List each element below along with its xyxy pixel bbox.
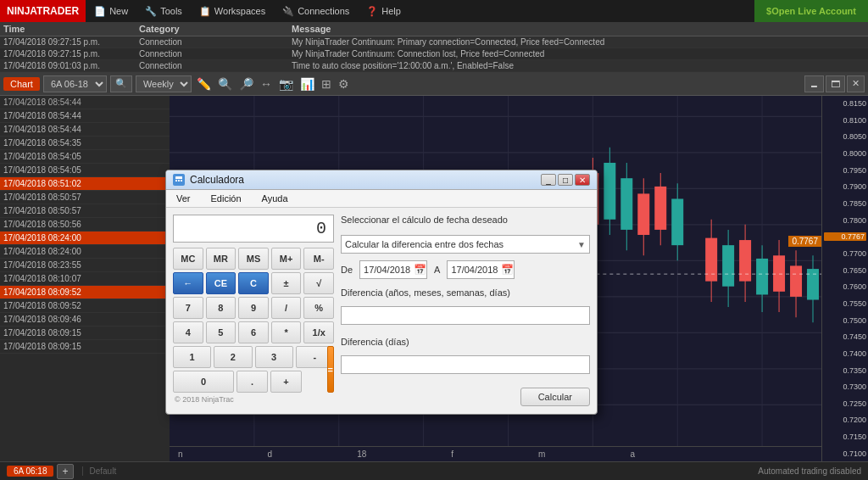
arrow-icon[interactable]: ↔ bbox=[259, 77, 274, 91]
btn-divide[interactable]: / bbox=[271, 297, 302, 319]
ce-button[interactable]: CE bbox=[206, 272, 236, 294]
maximize-button[interactable]: □ bbox=[558, 174, 573, 186]
mplus-button[interactable]: M+ bbox=[271, 248, 302, 270]
btn-7[interactable]: 7 bbox=[173, 297, 203, 319]
connections-icon: 🔌 bbox=[282, 6, 294, 17]
btn-9[interactable]: 9 bbox=[238, 297, 269, 319]
to-date-input[interactable]: 17/04/2018 📅 bbox=[447, 260, 515, 279]
open-live-account-button[interactable]: $ Open Live Account bbox=[754, 0, 868, 22]
log-time-row: 17/04/2018 08:09:46 bbox=[0, 313, 170, 327]
log-panel: 17/04/2018 08:54:44 17/04/2018 08:54:44 … bbox=[0, 96, 170, 461]
plusminus-button[interactable]: ± bbox=[271, 272, 302, 294]
date-axis: n d 18 f m a bbox=[170, 446, 821, 461]
dropdown-arrow-icon: ▼ bbox=[577, 240, 586, 249]
instrument-select[interactable]: 6A 06-18 bbox=[43, 75, 107, 92]
log-time-row: 17/04/2018 08:09:15 bbox=[0, 340, 170, 354]
chart-tab-label[interactable]: 6A 06:18 bbox=[7, 466, 53, 477]
calc-title: Calculadora bbox=[190, 174, 539, 186]
log-time-row: 17/04/2018 08:09:52 bbox=[0, 299, 170, 313]
settings-icon[interactable]: ⚙ bbox=[337, 77, 351, 91]
log-time-row: 17/04/2018 08:23:55 bbox=[0, 259, 170, 272]
backspace-button[interactable]: ← bbox=[173, 272, 203, 294]
btn-2[interactable]: 2 bbox=[214, 346, 252, 368]
zoom-out-icon[interactable]: 🔎 bbox=[237, 77, 255, 91]
date-from-to-row: De 17/04/2018 📅 A 17/04/2018 📅 bbox=[341, 260, 590, 279]
svg-rect-59 bbox=[739, 240, 751, 282]
log-time-row-highlight: 17/04/2018 08:09:52 bbox=[0, 286, 170, 299]
log-table-header: Time Category Message bbox=[0, 22, 868, 36]
btn-multiply[interactable]: * bbox=[271, 321, 302, 343]
svg-rect-45 bbox=[604, 163, 615, 220]
diff-label-1: Diferencia (años, meses, semanas, días) bbox=[341, 287, 590, 298]
add-chart-button[interactable]: + bbox=[57, 464, 73, 479]
btn-0[interactable]: 0 bbox=[173, 371, 234, 393]
log-time-row: 17/04/2018 08:54:05 bbox=[0, 164, 170, 177]
svg-rect-63 bbox=[773, 255, 785, 292]
bar-chart-icon[interactable]: 📊 bbox=[298, 77, 316, 91]
svg-rect-55 bbox=[705, 238, 717, 282]
col-message-header: Message bbox=[292, 24, 865, 34]
btn-reciprocal[interactable]: 1/x bbox=[303, 321, 334, 343]
grid-icon[interactable]: ⊞ bbox=[320, 77, 333, 91]
search-button[interactable]: 🔍 bbox=[110, 75, 132, 92]
nav-connections[interactable]: 🔌 Connections bbox=[274, 0, 358, 22]
chart-window-minimize[interactable]: 🗕 bbox=[804, 75, 824, 92]
c-button[interactable]: C bbox=[238, 272, 269, 294]
calendar-from-icon[interactable]: 📅 bbox=[414, 264, 426, 276]
screenshot-icon[interactable]: 📷 bbox=[277, 77, 295, 91]
menu-ayuda[interactable]: Ayuda bbox=[259, 192, 292, 205]
log-time-row: 17/04/2018 08:50:56 bbox=[0, 218, 170, 232]
nav-new[interactable]: 📄 New bbox=[86, 0, 136, 22]
nav-help[interactable]: ❓ Help bbox=[358, 0, 409, 22]
btn-3[interactable]: 3 bbox=[255, 346, 293, 368]
top-navbar: NINJATRADER 📄 New 🔧 Tools 📋 Workspaces 🔌… bbox=[0, 0, 868, 22]
mminus-button[interactable]: M- bbox=[303, 248, 334, 270]
sqrt-button[interactable]: √ bbox=[303, 272, 334, 294]
row-123: 1 2 3 - = bbox=[173, 346, 334, 368]
minimize-button[interactable]: _ bbox=[541, 174, 556, 186]
zoom-in-icon[interactable]: 🔍 bbox=[216, 77, 234, 91]
timeframe-select[interactable]: Weekly bbox=[136, 75, 192, 92]
mr-button[interactable]: MR bbox=[206, 248, 236, 270]
btn-5[interactable]: 5 bbox=[206, 321, 236, 343]
close-button[interactable]: ✕ bbox=[575, 174, 590, 186]
log-time-row: 17/04/2018 08:54:05 bbox=[0, 150, 170, 164]
new-icon: 📄 bbox=[94, 6, 106, 17]
calculator-titlebar: Calculadora _ □ ✕ bbox=[166, 170, 597, 190]
btn-4[interactable]: 4 bbox=[173, 321, 203, 343]
nav-workspaces[interactable]: 📋 Workspaces bbox=[191, 0, 274, 22]
from-date-input[interactable]: 17/04/2018 📅 bbox=[359, 260, 427, 279]
chart-window-maximize[interactable]: 🗖 bbox=[826, 75, 845, 92]
diff-field-2[interactable] bbox=[341, 355, 590, 374]
btn-1[interactable]: 1 bbox=[173, 346, 211, 368]
status-bar: 6A 06:18 + Default Automated trading dis… bbox=[0, 461, 868, 480]
menu-edicion[interactable]: Edición bbox=[208, 192, 245, 205]
current-price-label: 0.7767 bbox=[788, 236, 821, 247]
log-time-row-highlight: 17/04/2018 08:51:02 bbox=[0, 177, 170, 191]
nav-tools[interactable]: 🔧 Tools bbox=[136, 0, 191, 22]
chart-tab[interactable]: Chart bbox=[3, 77, 40, 91]
btn-add[interactable]: + bbox=[270, 371, 302, 393]
btn-equals-right[interactable]: = bbox=[327, 346, 334, 393]
diff-field-1[interactable] bbox=[341, 306, 590, 325]
svg-rect-57 bbox=[722, 245, 734, 287]
menu-ver[interactable]: Ver bbox=[173, 192, 194, 205]
btn-decimal[interactable]: . bbox=[236, 371, 268, 393]
calculator-icon bbox=[173, 174, 185, 186]
svg-rect-71 bbox=[175, 180, 177, 181]
mc-button[interactable]: MC bbox=[173, 248, 203, 270]
svg-rect-72 bbox=[178, 180, 180, 181]
memory-row: MC MR MS M+ M- bbox=[173, 248, 334, 270]
date-calc-dropdown[interactable]: Calcular la diferencia entre dos fechas … bbox=[341, 235, 590, 254]
date-section-title: Seleccionar el cálculo de fecha deseado bbox=[341, 215, 590, 225]
ms-button[interactable]: MS bbox=[238, 248, 269, 270]
btn-percent[interactable]: % bbox=[303, 297, 334, 319]
calendar-to-icon[interactable]: 📅 bbox=[501, 264, 514, 276]
btn-6[interactable]: 6 bbox=[238, 321, 269, 343]
btn-8[interactable]: 8 bbox=[206, 297, 236, 319]
pencil-icon[interactable]: ✏️ bbox=[195, 77, 213, 91]
calcular-button[interactable]: Calcular bbox=[520, 388, 590, 406]
chart-window-close[interactable]: ✕ bbox=[847, 75, 865, 92]
log-time-row: 17/04/2018 08:10:07 bbox=[0, 272, 170, 286]
log-row: 17/04/2018 09:27:15 p.m. Connection My N… bbox=[0, 36, 868, 48]
